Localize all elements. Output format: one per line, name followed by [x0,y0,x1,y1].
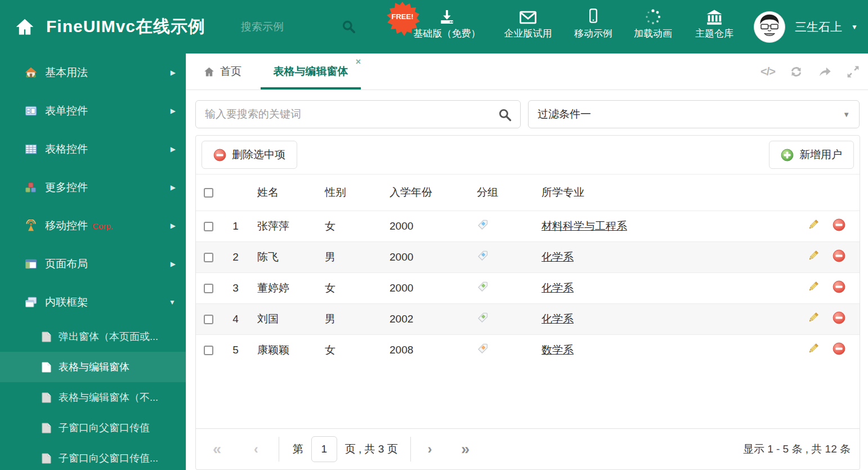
last-page-icon[interactable]: » [461,442,469,457]
row-checkbox[interactable] [204,346,213,355]
sidebar-subitem-grid-edit-window-alt[interactable]: 表格与编辑窗体（不... [0,382,186,413]
keyword-search-input[interactable] [196,101,520,128]
student-name: 张萍萍 [248,211,316,241]
students-table: 姓名 性别 入学年份 分组 所学专业 1张萍萍女2000材料科学与工程系2陈飞男… [196,174,860,365]
table-row: 1张萍萍女2000材料科学与工程系 [196,211,860,241]
group-tag-icon[interactable] [477,312,489,324]
delete-selected-button[interactable]: 删除选中项 [202,141,297,169]
prev-page-icon[interactable]: ‹ [254,443,258,456]
page-suffix-label: 页 , 共 3 页 [345,442,398,456]
edit-icon[interactable] [807,311,820,324]
student-gender: 女 [316,334,381,365]
sidebar-subitem-grid-edit-window[interactable]: 表格与编辑窗体 [0,352,186,382]
filter-dropdown[interactable]: 过滤条件一 ▼ [528,100,860,128]
filter-dropdown-value: 过滤条件一 [538,107,591,122]
column-header-index [223,174,248,211]
enroll-year: 2002 [381,303,468,334]
table-header-row: 姓名 性别 入学年份 分组 所学专业 [196,174,860,211]
sidebar-item-inline-frame[interactable]: 内联框架 ▼ [0,283,186,321]
share-icon[interactable] [817,64,833,79]
avatar[interactable] [753,11,786,43]
delete-icon[interactable] [833,249,845,262]
bank-icon [666,0,762,26]
sidebar-subitem-label: 表格与编辑窗体（不... [59,391,158,404]
delete-icon[interactable] [833,342,845,355]
major-link[interactable]: 材料科学与工程系 [542,220,627,232]
row-number: 5 [223,334,248,365]
page-number-input[interactable] [311,436,337,462]
group-tag-icon[interactable] [477,343,489,355]
row-number: 1 [223,211,248,241]
view-source-icon[interactable]: </> [760,65,775,78]
student-gender: 男 [316,241,381,272]
group-tag-icon[interactable] [477,281,489,293]
table-body: 1张萍萍女2000材料科学与工程系2陈飞男2000化学系3董婷婷女2000化学系… [196,211,860,365]
sidebar-item-grid-controls[interactable]: 表格控件 ▶ [0,130,186,168]
row-number: 2 [223,241,248,272]
tab-home[interactable]: 首页 [203,53,241,89]
cubes-icon [25,181,37,194]
antenna-icon [25,220,37,232]
row-checkbox[interactable] [204,222,213,231]
fullscreen-icon[interactable] [846,65,860,79]
major-link[interactable]: 化学系 [542,313,574,325]
column-header-group: 分组 [468,174,533,211]
delete-icon[interactable] [833,311,845,324]
column-header-delete [830,174,860,211]
app-home-icon[interactable] [15,17,35,37]
brand-area[interactable]: FineUIMvc在线示例 [15,0,205,53]
edit-icon[interactable] [807,280,820,293]
tab-grid-edit-window[interactable]: 表格与编辑窗体 × [256,53,365,89]
sidebar-subitem-label: 表格与编辑窗体 [59,360,129,374]
file-icon [42,423,51,433]
first-page-icon[interactable]: « [213,442,221,457]
edit-icon[interactable] [807,342,820,355]
row-checkbox[interactable] [204,253,213,262]
student-name: 陈飞 [248,241,316,272]
user-menu[interactable]: 三生石上 ▼ [753,0,858,53]
chevron-right-icon: ▶ [171,107,176,115]
edit-icon[interactable] [807,249,820,262]
delete-icon[interactable] [833,280,845,293]
table-row: 3董婷婷女2000化学系 [196,272,860,303]
major-link[interactable]: 化学系 [542,251,574,263]
sidebar-item-form-controls[interactable]: 表单控件 ▶ [0,92,186,130]
next-page-icon[interactable]: › [428,443,432,456]
sidebar-subitem-child-to-parent[interactable]: 子窗口向父窗口传值 [0,413,186,443]
refresh-icon[interactable] [789,64,804,79]
chevron-right-icon: ▶ [171,222,176,230]
sidebar-item-page-layout[interactable]: 页面布局 ▶ [0,245,186,283]
sidebar-subitem-child-to-parent-alt[interactable]: 子窗口向父窗口传值... [0,443,186,470]
table-row: 5康颖颖女2008数学系 [196,334,860,365]
top-header: FineUIMvc在线示例 FREE! 基础版（免费） 企业版试用 移动示例 [0,0,868,53]
tab-actions: </> [760,53,860,89]
nav-item-theme-store[interactable]: 主题仓库 [666,0,762,53]
delete-icon[interactable] [833,218,845,231]
row-checkbox[interactable] [204,284,213,293]
file-icon [42,392,51,403]
select-all-checkbox[interactable] [204,188,213,198]
chevron-right-icon: ▶ [171,145,176,153]
major-link[interactable]: 化学系 [542,282,574,294]
sidebar-item-label: 移动控件 [45,218,88,233]
search-icon[interactable] [498,108,512,122]
column-header-edit [804,174,830,211]
column-header-year: 入学年份 [381,174,468,211]
sidebar-subitem-popup-window[interactable]: 弹出窗体（本页面或... [0,321,186,352]
group-tag-icon[interactable] [477,250,489,262]
header-search-icon[interactable] [341,19,356,34]
sidebar-item-mobile-controls[interactable]: 移动控件 Corp. ▶ [0,207,186,245]
corp-badge: Corp. [92,221,113,231]
major-link[interactable]: 数学系 [542,344,574,356]
row-checkbox[interactable] [204,315,213,324]
sidebar-item-basic-usage[interactable]: 基本用法 ▶ [0,53,186,92]
add-user-button[interactable]: 新增用户 [769,141,854,169]
tab-close-icon[interactable]: × [356,57,361,67]
edit-icon[interactable] [807,218,820,231]
header-search-input[interactable] [241,21,331,33]
tab-strip: 首页 表格与编辑窗体 × </> [186,53,868,90]
delete-selected-label: 删除选中项 [232,147,285,162]
group-tag-icon[interactable] [477,219,489,231]
sidebar-item-more-controls[interactable]: 更多控件 ▶ [0,168,186,207]
sidebar-item-label: 更多控件 [45,180,88,195]
